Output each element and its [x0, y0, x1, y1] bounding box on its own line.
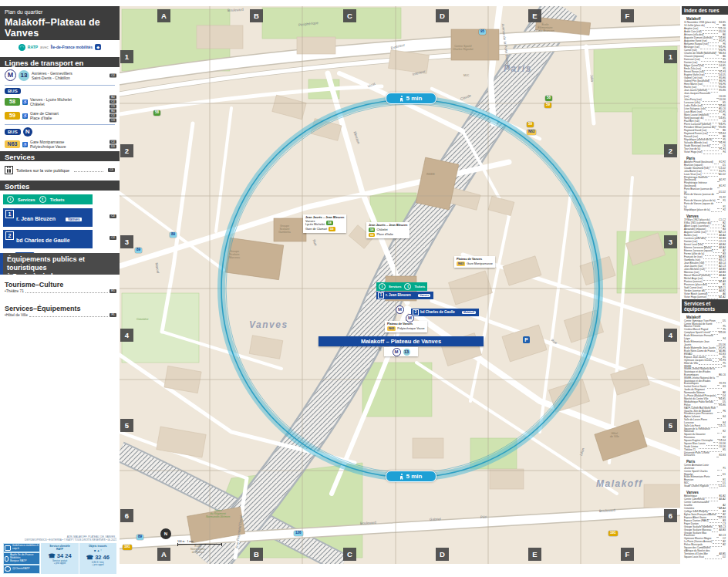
building-label: Groupe Scolaire Marceau — [229, 250, 240, 259]
exit-city-pill: Vanves — [65, 217, 83, 222]
index-entry-ref: D2 — [723, 556, 726, 559]
index-entry-ref: F1 — [723, 200, 726, 203]
noctilien-word-row: BUS N — [0, 127, 120, 137]
service-note: Service gratuit + prix appel — [41, 560, 78, 565]
transport-section-header: Lignes de transport en commun⁽¹⁾ — [0, 57, 120, 67]
bus-stop-line-row: Gare de Clamart59 — [305, 227, 344, 231]
twitter-icon — [5, 566, 11, 572]
index-entry-ref: D1 — [723, 474, 726, 477]
bus-direction: Gare Montparnasse — [467, 262, 493, 265]
street-label: Gabriel — [430, 517, 441, 521]
contact-web-column: iledefrance-mobilites.fr ratp.fr Applis … — [3, 543, 41, 574]
index-entry-ref: F6 — [723, 410, 726, 413]
idfm-logo-icon: ◆ — [95, 44, 101, 50]
metro-line-row: M 13 Asnières - Gennevilliers Saint-Deni… — [0, 67, 120, 83]
exit-number: 2 — [413, 309, 419, 315]
bus-stop-badge: 89 — [135, 248, 142, 253]
grid-row-marker: 5 — [120, 419, 133, 432]
area-label: Malakoff — [596, 478, 642, 489]
equipement-item: •Hôtel de VilleF5 — [0, 312, 120, 318]
index-entry-ref: B6-C6 — [719, 374, 726, 377]
building-label: École Notre-Dame de France — [190, 545, 206, 554]
building-label: Centre Sportif Charles Rigoulot — [453, 45, 474, 51]
equipement-label: •Hôtel de Ville — [5, 313, 28, 317]
equipement-section-title: Tourisme–Culture — [0, 281, 120, 288]
grid-col-marker: A — [157, 548, 170, 561]
grid-ref-chip: C4 — [110, 140, 116, 144]
objets-phone-number: ☎ 32 46 — [79, 554, 116, 561]
plan-du-quartier-poster: { "accent": {"navy": "#16489c", "dark_ba… — [0, 0, 728, 577]
index-entry-name: Square des Combattants d'Afrique du Nord… — [684, 547, 716, 555]
equipements-index: MalakoffCentre Gymnique Yvon PinonD5Cent… — [682, 315, 728, 559]
index-entry-name: Victor Hugo (avenue) — [684, 296, 706, 299]
bus-stop-line-row: N63Gare Montparnasse — [457, 262, 493, 266]
noctilien-logo-icon: N — [23, 127, 32, 137]
equipement-section: Services–Équipements•Hôtel de VilleF5 — [0, 305, 120, 318]
compass-icon: N — [160, 528, 171, 539]
index-des-rues-header: Index des rues — [682, 6, 728, 15]
street-label: Boulevard — [599, 508, 615, 513]
bus-line-row: N63♿Gare Montparnasse Polytechnique Vauv… — [0, 137, 120, 151]
park-label: Jardin du Régiment Normandie-Niémen — [206, 509, 230, 518]
website-row: iledefrance-mobilites.fr ratp.fr — [4, 544, 39, 552]
index-entry-name: Stade Charles Rigoulot — [684, 485, 709, 488]
index-entry-name: Université Paris 5-René Descartes — [684, 452, 716, 458]
bus-direction: Polytechnique Vauve — [397, 327, 424, 330]
index-entry-ref: D5 — [723, 320, 726, 323]
bus-stop-badge: 126 — [294, 531, 303, 536]
grid-col-marker: D — [436, 548, 449, 561]
grid-col-marker: A — [157, 9, 170, 22]
index-entry-ref: C6 — [723, 366, 726, 369]
exit-city-pill: Malakoff — [462, 311, 476, 314]
grid-ref-chip: C3 — [110, 105, 116, 109]
index-entry-ref: A1-F2 — [720, 179, 726, 182]
left-sidebar: Plan du quartier Malakoff–Plateau de Van… — [0, 6, 120, 571]
bus-line-row: 58♿Vanves - Lycée Michelet ChâteletB4C4C… — [0, 95, 120, 109]
contact-panel: iledefrance-mobilites.fr ratp.fr Applis … — [3, 543, 116, 574]
ratp-logo-text: RATP — [28, 45, 38, 49]
grid-col-marker: B — [250, 548, 263, 561]
index-entry: Square des Combattants d'Afrique du Nord… — [684, 547, 726, 555]
credits-line2: DSP/DMO/PRN/ICS • EGITERRA • © RATP / TO… — [0, 538, 116, 542]
index-entry-ref: E2 — [723, 430, 726, 434]
bus-stop-infobox: Jean Jaurès – Jean BleuzenVanves Lycée M… — [303, 214, 346, 233]
index-entry: République (place de la)F2 — [684, 209, 726, 212]
noctilien-rows: N63♿Gare Montparnasse Polytechnique Vauv… — [0, 137, 120, 151]
grid-ref-chip: C4 — [110, 73, 116, 77]
bus-stop-infobox: Plateau de VanvesN63Polytechnique Vauve — [385, 321, 427, 332]
equipement-item: •Théâtre 71E5 — [0, 288, 120, 294]
metro-entrance-icon: M — [396, 305, 404, 314]
area-label: Vanves — [249, 319, 288, 330]
equipement-section-title: Services–Équipements — [0, 305, 120, 312]
bus-stop-badge: 89 — [136, 535, 143, 540]
ratp-logo-icon: ◠ — [19, 44, 25, 51]
grid-ref-chips: C4 — [110, 73, 116, 77]
bus-line-row: 59♿Gare de Clamart Place d'ItalieB4C4C3 — [0, 109, 120, 123]
bus-badge: BUS — [5, 129, 21, 135]
line-13-icon: 13 — [403, 349, 410, 356]
desktop-icon — [5, 545, 11, 551]
index-section-title: Malakoff — [686, 315, 723, 319]
index-entry: Université Paris 5-René DescartesE2-E3 — [684, 452, 726, 458]
index-entry-ref: A3-A2 — [719, 498, 726, 501]
metro-destinations: Asnières - Gennevilliers Saint-Denis - C… — [32, 71, 72, 80]
bus-stop-line-row: N63Polytechnique Vauve — [387, 326, 425, 331]
index-entry-ref: D1-D2 — [719, 191, 726, 194]
index-entry-ref: E5-E6 — [719, 89, 726, 93]
exit-label: bd Charles de Gaulle — [16, 238, 70, 243]
index-entry-ref: F2 — [723, 209, 726, 212]
accessibility-icon: ♿ — [22, 142, 28, 147]
phone-icon — [5, 556, 8, 562]
exit-label: bd Charles de Gaulle — [420, 310, 455, 314]
grid-ref-chip: E5 — [110, 289, 116, 293]
bus-number-badge: N63 — [457, 262, 465, 266]
accessibility-icon: ♿ — [22, 113, 28, 119]
bus-number-badge: 59 — [369, 233, 375, 238]
metro-logo-icon: M — [393, 348, 401, 356]
grid-ref-chip: C4 — [110, 114, 116, 118]
bus-destinations: Gare de Clamart Place d'Italie — [30, 111, 59, 120]
street-label: Boulevard — [228, 8, 244, 12]
bus-stop-line-row: Vanves Lycée Michelet58 — [305, 220, 344, 226]
index-entry-ref: A1-A2 — [719, 296, 726, 299]
website-text: iledefrance-mobilites.fr ratp.fr — [12, 545, 39, 551]
